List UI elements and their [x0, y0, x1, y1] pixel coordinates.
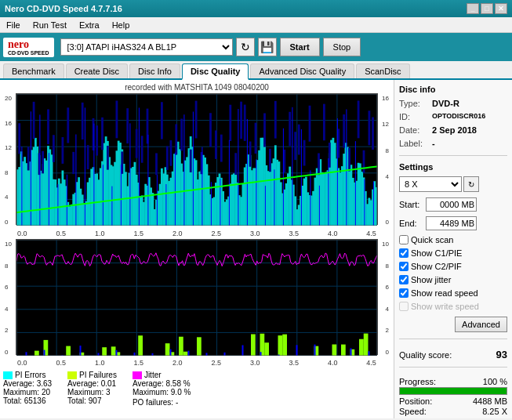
menu-help[interactable]: Help	[109, 20, 133, 31]
stats-row: PI Errors Average: 3.63 Maximum: 20 Tota…	[3, 369, 390, 408]
disc-label-label: Label:	[399, 139, 429, 148]
app-title: Nero CD-DVD Speed 4.7.7.16	[5, 4, 122, 13]
show-read-speed-checkbox[interactable]	[399, 288, 409, 298]
show-jitter-row: Show jitter	[399, 275, 507, 284]
show-jitter-checkbox[interactable]	[399, 275, 409, 284]
disc-id-label: ID:	[399, 112, 429, 121]
progress-bar-inner	[400, 388, 507, 394]
show-c1-pie-label: Show C1/PIE	[411, 248, 462, 258]
jitter-legend-box	[133, 371, 142, 379]
tab-benchmark[interactable]: Benchmark	[3, 63, 64, 78]
speed-refresh-btn[interactable]: ↻	[463, 176, 479, 192]
pi-errors-avg-label: Average:	[3, 379, 34, 388]
position-label: Position:	[399, 396, 432, 406]
maximize-btn[interactable]: □	[481, 3, 493, 14]
stop-button[interactable]: Stop	[323, 38, 361, 56]
toolbar: nero CD·DVD SPEED [3:0] ATAPI iHAS324 A …	[0, 33, 512, 61]
nero-logo-subtitle: CD·DVD SPEED	[8, 50, 49, 56]
progress-section: Progress: 100 % Position: 4488 MB Speed:…	[399, 377, 507, 417]
minimize-btn[interactable]: _	[467, 3, 479, 14]
close-btn[interactable]: ✕	[495, 3, 507, 14]
disc-info-title: Disc info	[399, 85, 507, 94]
speed-value: 8.25 X	[482, 407, 507, 416]
speed-combo[interactable]: 8 X	[399, 176, 462, 192]
pi-errors-label: PI Errors	[15, 371, 45, 379]
end-input[interactable]	[426, 216, 477, 230]
main-content: recorded with MATSHITA 1049 08040200 201…	[0, 80, 512, 418]
pi-failures-label: PI Failures	[79, 371, 117, 379]
menu-extra[interactable]: Extra	[76, 20, 103, 31]
progress-bar-outer	[399, 387, 507, 395]
show-c1-pie-checkbox[interactable]	[399, 248, 409, 258]
disc-date-row: Date: 2 Sep 2018	[399, 125, 507, 135]
menu-file[interactable]: File	[3, 20, 24, 31]
tab-advanced-disc-quality[interactable]: Advanced Disc Quality	[250, 63, 354, 78]
show-c2-pif-checkbox[interactable]	[399, 262, 409, 271]
position-row: Position: 4488 MB	[399, 396, 507, 406]
pi-errors-stat: PI Errors Average: 3.63 Maximum: 20 Tota…	[3, 371, 52, 407]
divider-1	[399, 155, 507, 156]
save-icon-btn[interactable]: 💾	[258, 38, 277, 56]
chart-subtitle: recorded with MATSHITA 1049 08040200	[3, 83, 390, 92]
start-input[interactable]: 0000 MB	[426, 197, 477, 212]
po-failures-value: -	[176, 398, 178, 407]
disc-label-value: -	[432, 139, 435, 148]
tab-create-disc[interactable]: Create Disc	[66, 63, 128, 78]
pi-errors-total-label: Total:	[3, 396, 22, 405]
progress-label: Progress:	[399, 377, 436, 386]
bottom-chart-y-axis-right: 1086420	[378, 239, 390, 357]
bottom-chart-y-axis-left: 1086420	[3, 239, 16, 357]
position-value: 4488 MB	[473, 396, 507, 406]
right-panel: Disc info Type: DVD-R ID: OPTODISCR016 D…	[394, 80, 512, 418]
show-c2-pif-label: Show C2/PIF	[411, 262, 462, 271]
disc-date-value: 2 Sep 2018	[432, 125, 477, 135]
settings-title: Settings	[399, 162, 507, 172]
tab-scan-disc[interactable]: ScanDisc	[356, 63, 409, 78]
show-c2-pif-row: Show C2/PIF	[399, 262, 507, 271]
speed-setting-row: 8 X ↻	[399, 176, 507, 192]
jitter-avg: 8.58 %	[166, 379, 191, 388]
quality-score-value: 93	[496, 349, 507, 360]
disc-date-label: Date:	[399, 125, 429, 135]
quality-score-label: Quality score:	[399, 350, 452, 360]
refresh-icon-btn[interactable]: ↻	[236, 38, 255, 56]
start-label: Start:	[399, 200, 423, 209]
top-chart-y-axis-left: 201612840	[3, 93, 16, 227]
nero-logo-text: nero	[8, 39, 49, 50]
advanced-button[interactable]: Advanced	[455, 317, 507, 332]
divider-2	[399, 339, 507, 339]
start-button[interactable]: Start	[280, 38, 320, 56]
tab-disc-info[interactable]: Disc Info	[129, 63, 180, 78]
quick-scan-label: Quick scan	[411, 235, 453, 244]
pi-errors-avg: 3.63	[37, 379, 52, 388]
jitter-stat: Jitter Average: 8.58 % Maximum: 9.0 % PO…	[133, 371, 191, 407]
pi-errors-max: 20	[42, 388, 50, 396]
pi-failures-stat: PI Failures Average: 0.01 Maximum: 3 Tot…	[67, 371, 117, 407]
window-controls: _ □ ✕	[467, 3, 507, 14]
nero-logo: nero CD·DVD SPEED	[3, 38, 54, 57]
pi-errors-max-label: Maximum:	[3, 388, 39, 396]
tabs: Benchmark Create Disc Disc Info Disc Qua…	[0, 61, 512, 80]
disc-id-row: ID: OPTODISCR016	[399, 112, 507, 121]
show-write-speed-checkbox[interactable]	[399, 302, 409, 311]
divider-3	[399, 367, 507, 368]
top-chart	[16, 93, 378, 225]
menu-bar: File Run Test Extra Help	[0, 17, 512, 33]
chart-area: recorded with MATSHITA 1049 08040200 201…	[0, 80, 394, 418]
disc-type-label: Type:	[399, 99, 429, 108]
disc-type-value: DVD-R	[432, 99, 459, 108]
progress-value: 100 %	[483, 377, 507, 386]
menu-run-test[interactable]: Run Test	[30, 20, 70, 31]
end-label: End:	[399, 219, 423, 228]
tab-disc-quality[interactable]: Disc Quality	[182, 63, 249, 80]
pi-errors-legend-box	[3, 371, 13, 379]
drive-combo[interactable]: [3:0] ATAPI iHAS324 A BL1P	[60, 38, 233, 56]
quick-scan-checkbox[interactable]	[399, 235, 409, 244]
progress-row: Progress: 100 %	[399, 377, 507, 386]
jitter-label: Jitter	[144, 371, 162, 379]
show-c1-pie-row: Show C1/PIE	[399, 248, 507, 258]
po-failures-label: PO failures:	[133, 398, 173, 407]
end-row: End:	[399, 216, 507, 230]
title-bar: Nero CD-DVD Speed 4.7.7.16 _ □ ✕	[0, 0, 512, 17]
pi-failures-max: 3	[106, 388, 111, 396]
